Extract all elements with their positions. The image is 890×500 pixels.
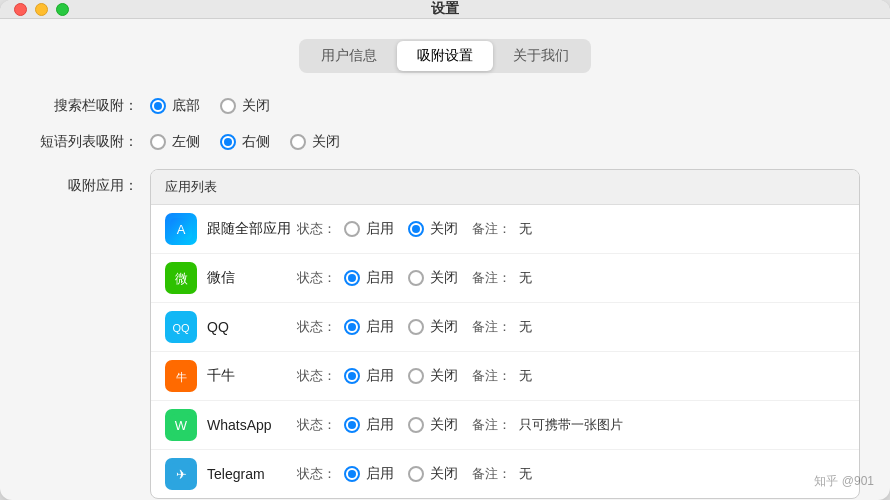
app-icon-all-apps: A — [165, 213, 197, 245]
status-group-qianniu: 启用 关闭 — [344, 367, 458, 385]
enable-radio-wechat[interactable]: 启用 — [344, 269, 394, 287]
search-dock-off-radio[interactable] — [220, 98, 236, 114]
status-label-all-apps: 状态： — [297, 220, 336, 238]
enable-radio-telegram[interactable]: 启用 — [344, 465, 394, 483]
app-row-qianniu: 牛 千牛 状态： 启用 关闭 备注： 无 — [151, 352, 859, 401]
note-label-qq: 备注： — [472, 318, 511, 336]
note-label-all-apps: 备注： — [472, 220, 511, 238]
app-icon-whatsapp: W — [165, 409, 197, 441]
disable-radio-wechat[interactable]: 关闭 — [408, 269, 458, 287]
enable-radio-btn-qianniu[interactable] — [344, 368, 360, 384]
svg-text:牛: 牛 — [176, 371, 187, 383]
window-title: 设置 — [431, 0, 459, 18]
tab-bar: 用户信息 吸附设置 关于我们 — [30, 39, 860, 73]
status-group-wechat: 启用 关闭 — [344, 269, 458, 287]
app-row-whatsapp: W WhatsApp 状态： 启用 关闭 备注： 只可携带一张图片 — [151, 401, 859, 450]
svg-text:微: 微 — [175, 271, 188, 286]
titlebar: 设置 — [0, 0, 890, 19]
note-value-all-apps: 无 — [519, 220, 532, 238]
app-name-wechat: 微信 — [207, 269, 297, 287]
short-list-off-radio[interactable] — [290, 134, 306, 150]
app-name-all-apps: 跟随全部应用 — [207, 220, 297, 238]
enable-radio-all-apps[interactable]: 启用 — [344, 220, 394, 238]
status-group-whatsapp: 启用 关闭 — [344, 416, 458, 434]
search-dock-off[interactable]: 关闭 — [220, 97, 270, 115]
app-status-all-apps: 状态： 启用 关闭 备注： 无 — [297, 220, 845, 238]
status-label-wechat: 状态： — [297, 269, 336, 287]
close-button[interactable] — [14, 3, 27, 16]
short-list-right[interactable]: 右侧 — [220, 133, 270, 151]
note-label-telegram: 备注： — [472, 465, 511, 483]
svg-text:QQ: QQ — [172, 322, 190, 334]
maximize-button[interactable] — [56, 3, 69, 16]
note-value-qq: 无 — [519, 318, 532, 336]
disable-radio-qq[interactable]: 关闭 — [408, 318, 458, 336]
tab-user-info[interactable]: 用户信息 — [301, 41, 397, 71]
disable-radio-btn-whatsapp[interactable] — [408, 417, 424, 433]
app-name-telegram: Telegram — [207, 466, 297, 482]
note-value-qianniu: 无 — [519, 367, 532, 385]
disable-radio-qianniu[interactable]: 关闭 — [408, 367, 458, 385]
tab-dock-settings[interactable]: 吸附设置 — [397, 41, 493, 71]
search-dock-label: 搜索栏吸附： — [30, 97, 150, 115]
app-icon-qq: QQ — [165, 311, 197, 343]
disable-radio-whatsapp[interactable]: 关闭 — [408, 416, 458, 434]
content-area: 用户信息 吸附设置 关于我们 搜索栏吸附： 底部 关闭 短语列表吸附： — [0, 19, 890, 500]
app-row-wechat: 微 微信 状态： 启用 关闭 备注： 无 — [151, 254, 859, 303]
app-status-qianniu: 状态： 启用 关闭 备注： 无 — [297, 367, 845, 385]
app-name-qq: QQ — [207, 319, 297, 335]
status-label-qianniu: 状态： — [297, 367, 336, 385]
short-list-dock-label: 短语列表吸附： — [30, 133, 150, 151]
app-status-wechat: 状态： 启用 关闭 备注： 无 — [297, 269, 845, 287]
svg-text:A: A — [177, 222, 186, 237]
status-group-telegram: 启用 关闭 — [344, 465, 458, 483]
svg-text:W: W — [175, 418, 188, 433]
enable-radio-btn-telegram[interactable] — [344, 466, 360, 482]
app-name-whatsapp: WhatsApp — [207, 417, 297, 433]
app-name-qianniu: 千牛 — [207, 367, 297, 385]
disable-radio-all-apps[interactable]: 关闭 — [408, 220, 458, 238]
tab-container: 用户信息 吸附设置 关于我们 — [299, 39, 591, 73]
short-list-left[interactable]: 左侧 — [150, 133, 200, 151]
short-list-left-radio[interactable] — [150, 134, 166, 150]
app-status-qq: 状态： 启用 关闭 备注： 无 — [297, 318, 845, 336]
short-list-dock-row: 短语列表吸附： 左侧 右侧 关闭 — [30, 133, 860, 151]
dock-apps-label: 吸附应用： — [30, 169, 150, 195]
search-dock-bottom[interactable]: 底部 — [150, 97, 200, 115]
enable-radio-qq[interactable]: 启用 — [344, 318, 394, 336]
disable-radio-btn-telegram[interactable] — [408, 466, 424, 482]
main-window: 设置 用户信息 吸附设置 关于我们 搜索栏吸附： 底部 关闭 — [0, 0, 890, 500]
enable-radio-btn-all-apps[interactable] — [344, 221, 360, 237]
dock-apps-row: 吸附应用： 应用列表 A 跟随全部应用 状态： 启用 关闭 — [30, 169, 860, 499]
short-list-dock-options: 左侧 右侧 关闭 — [150, 133, 340, 151]
svg-text:✈: ✈ — [176, 467, 187, 482]
app-icon-qianniu: 牛 — [165, 360, 197, 392]
disable-radio-telegram[interactable]: 关闭 — [408, 465, 458, 483]
note-label-whatsapp: 备注： — [472, 416, 511, 434]
note-value-wechat: 无 — [519, 269, 532, 287]
app-icon-wechat: 微 — [165, 262, 197, 294]
minimize-button[interactable] — [35, 3, 48, 16]
disable-radio-btn-qianniu[interactable] — [408, 368, 424, 384]
disable-radio-btn-qq[interactable] — [408, 319, 424, 335]
status-label-whatsapp: 状态： — [297, 416, 336, 434]
enable-radio-whatsapp[interactable]: 启用 — [344, 416, 394, 434]
app-list-container: 应用列表 A 跟随全部应用 状态： 启用 关闭 备注： 无 — [150, 169, 860, 499]
disable-radio-btn-all-apps[interactable] — [408, 221, 424, 237]
traffic-lights — [14, 3, 69, 16]
app-row-qq: QQ QQ 状态： 启用 关闭 备注： 无 — [151, 303, 859, 352]
status-label-qq: 状态： — [297, 318, 336, 336]
enable-radio-btn-whatsapp[interactable] — [344, 417, 360, 433]
app-status-telegram: 状态： 启用 关闭 备注： 无 — [297, 465, 845, 483]
search-dock-bottom-radio[interactable] — [150, 98, 166, 114]
short-list-off[interactable]: 关闭 — [290, 133, 340, 151]
note-value-telegram: 无 — [519, 465, 532, 483]
app-status-whatsapp: 状态： 启用 关闭 备注： 只可携带一张图片 — [297, 416, 845, 434]
disable-radio-btn-wechat[interactable] — [408, 270, 424, 286]
enable-radio-qianniu[interactable]: 启用 — [344, 367, 394, 385]
short-list-right-radio[interactable] — [220, 134, 236, 150]
enable-radio-btn-wechat[interactable] — [344, 270, 360, 286]
search-dock-row: 搜索栏吸附： 底部 关闭 — [30, 97, 860, 115]
enable-radio-btn-qq[interactable] — [344, 319, 360, 335]
tab-about[interactable]: 关于我们 — [493, 41, 589, 71]
